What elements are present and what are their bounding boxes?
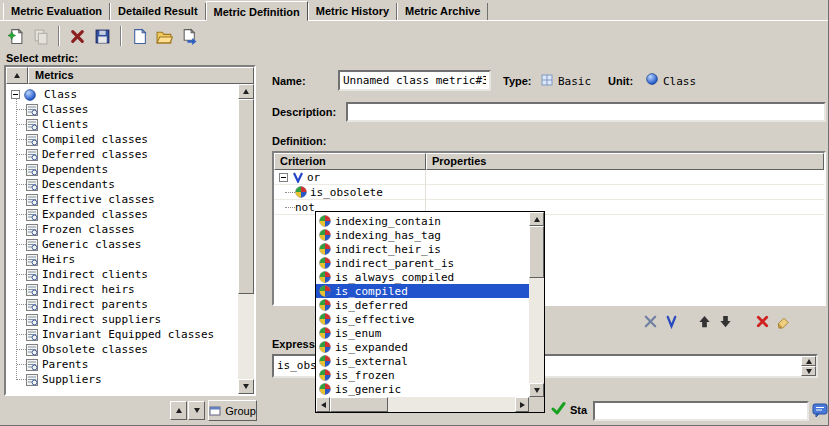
definition-row-label: or — [307, 171, 320, 184]
scroll-down-icon[interactable] — [529, 383, 544, 397]
tree-scrollbar[interactable] — [238, 84, 254, 394]
tree-connector — [17, 109, 26, 110]
tab-metric-history[interactable]: Metric History — [308, 3, 397, 20]
tree-root-class[interactable]: Class — [9, 87, 238, 102]
dropdown-item[interactable]: is_compiled — [316, 284, 529, 298]
scroll-right-icon[interactable] — [515, 397, 529, 412]
definition-row-label: is_obsolete — [310, 186, 383, 199]
criterion-dropdown-list: indexing_contain indexing_has_tag indire… — [316, 212, 529, 397]
dropdown-item[interactable]: is_deferred — [316, 298, 529, 312]
name-input[interactable] — [338, 70, 491, 91]
new-file-button[interactable] — [127, 24, 151, 48]
move-up-icon — [176, 408, 182, 413]
tab-metric-archive[interactable]: Metric Archive — [397, 3, 488, 20]
move-criterion-down-button[interactable] — [715, 312, 736, 330]
insert-or-button[interactable] — [661, 312, 682, 330]
tree-item[interactable]: Classes — [17, 102, 238, 117]
dropdown-item-label: is_generic — [335, 383, 401, 396]
dropdown-item[interactable]: is_always_compiled — [316, 270, 529, 284]
delete-metric-button[interactable] — [65, 24, 89, 48]
dropdown-item[interactable]: is_expanded — [316, 340, 529, 354]
collapse-icon[interactable] — [11, 90, 20, 99]
definition-row-or[interactable]: or — [274, 170, 824, 185]
tree-item[interactable]: Effective classes — [17, 192, 238, 207]
export-metric-button[interactable] — [177, 24, 201, 48]
tree-item[interactable]: Deferred classes — [17, 147, 238, 162]
metric-icon — [26, 119, 38, 131]
metrics-column-header[interactable]: Metrics — [28, 67, 254, 84]
tree-item[interactable]: Parents — [17, 357, 238, 372]
tree-item[interactable]: Clients — [17, 117, 238, 132]
tree-item[interactable]: Dependents — [17, 162, 238, 177]
select-metric-label: Select metric: — [6, 52, 78, 64]
scrollbar-thumb[interactable] — [238, 99, 254, 294]
description-input[interactable] — [346, 102, 826, 122]
properties-column-header[interactable]: Properties — [426, 153, 824, 170]
tab-metric-evaluation[interactable]: Metric Evaluation — [3, 3, 110, 20]
tree-item[interactable]: Invariant Equipped classes — [17, 327, 238, 342]
collapse-icon[interactable] — [279, 173, 288, 182]
tree-item[interactable]: Obsolete classes — [17, 342, 238, 357]
dropdown-item[interactable]: is_effective — [316, 312, 529, 326]
tree-connector — [17, 244, 26, 245]
scroll-up-icon[interactable] — [529, 212, 544, 226]
tree-item[interactable]: Suppliers — [17, 372, 238, 387]
move-criterion-up-button[interactable] — [694, 312, 715, 330]
scroll-left-icon[interactable] — [316, 397, 330, 412]
scroll-down-icon[interactable] — [801, 366, 816, 376]
tree-item[interactable]: Indirect suppliers — [17, 312, 238, 327]
tree-item-label: Dependents — [42, 163, 108, 176]
save-metric-button[interactable] — [90, 24, 114, 48]
dropdown-item[interactable]: is_generic — [316, 382, 529, 396]
tree-item[interactable]: Descendants — [17, 177, 238, 192]
status-input[interactable] — [593, 401, 809, 421]
definition-row-is-obsolete[interactable]: is_obsolete — [274, 185, 824, 200]
move-metric-down-button[interactable] — [188, 401, 205, 420]
criterion-column-header[interactable]: Criterion — [274, 153, 426, 170]
tab-detailed-result[interactable]: Detailed Result — [110, 3, 205, 20]
dropdown-item[interactable]: indirect_heir_is — [316, 242, 529, 256]
tree-item[interactable]: Indirect parents — [17, 297, 238, 312]
open-folder-button[interactable] — [152, 24, 176, 48]
definition-row-label: not — [295, 201, 315, 214]
sort-ascending-button[interactable] — [6, 67, 28, 84]
tree-item[interactable]: Generic classes — [17, 237, 238, 252]
dropdown-item[interactable]: is_enum — [316, 326, 529, 340]
new-metric-button[interactable] — [3, 24, 27, 48]
dropdown-item[interactable]: is_frozen — [316, 368, 529, 382]
scrollbar-thumb[interactable] — [330, 397, 388, 412]
tab-metric-definition[interactable]: Metric Definition — [206, 1, 308, 21]
scrollbar-thumb[interactable] — [529, 226, 544, 278]
group-button[interactable]: Group — [208, 400, 257, 421]
tab-bar: Metric Evaluation Detailed Result Metric… — [0, 0, 828, 20]
tree-item[interactable]: Frozen classes — [17, 222, 238, 237]
metric-icon — [26, 134, 38, 146]
dropdown-item[interactable]: is_external — [316, 354, 529, 368]
tree-item[interactable]: Heirs — [17, 252, 238, 267]
delete-criterion-button[interactable] — [752, 312, 773, 330]
dropdown-vertical-scrollbar[interactable] — [529, 212, 544, 397]
dropdown-item[interactable]: indirect_parent_is — [316, 256, 529, 270]
tree-item[interactable]: Expanded classes — [17, 207, 238, 222]
tree-item[interactable]: Indirect heirs — [17, 282, 238, 297]
insert-and-button[interactable] — [640, 312, 661, 330]
scroll-down-icon[interactable] — [238, 379, 254, 394]
tree-connector — [17, 169, 26, 170]
copy-metric-button[interactable] — [28, 24, 52, 48]
dropdown-horizontal-scrollbar[interactable] — [316, 397, 529, 412]
tree-item[interactable]: Indirect clients — [17, 267, 238, 282]
clear-definition-button[interactable] — [773, 312, 794, 330]
basic-type-icon — [541, 74, 553, 86]
dropdown-item[interactable]: indexing_has_tag — [316, 228, 529, 242]
expression-value: is_obs — [277, 359, 317, 372]
scroll-up-icon[interactable] — [801, 356, 816, 366]
tree-item[interactable]: Compiled classes — [17, 132, 238, 147]
scroll-up-icon[interactable] — [238, 84, 254, 99]
move-metric-up-button[interactable] — [170, 401, 187, 420]
expression-scrollbar[interactable] — [801, 356, 816, 376]
tree-item-label: Compiled classes — [42, 133, 148, 146]
comment-icon[interactable] — [812, 402, 828, 418]
dropdown-item[interactable]: indexing_contain — [316, 214, 529, 228]
tree-connector — [17, 379, 26, 380]
criterion-sphere-icon — [319, 383, 331, 395]
